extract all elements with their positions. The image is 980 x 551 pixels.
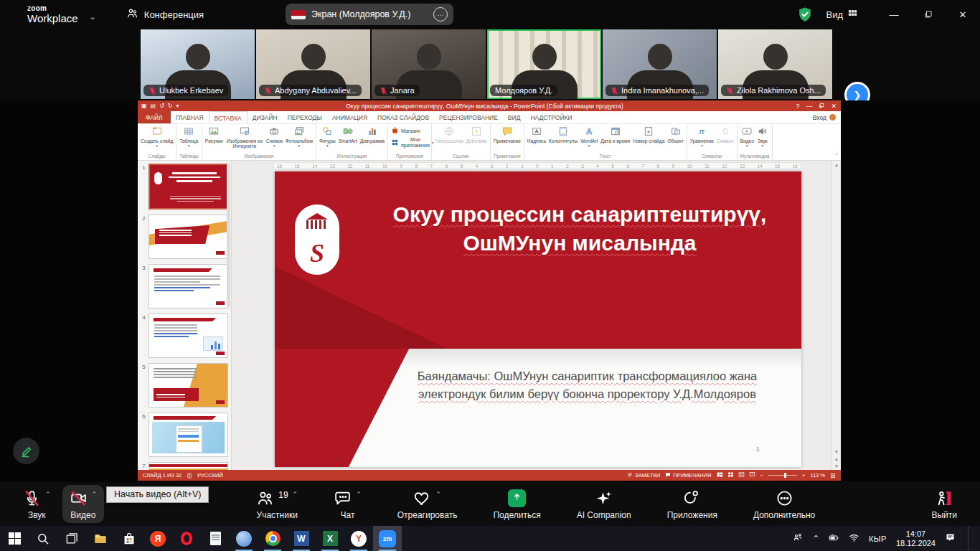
store-taskbar-icon[interactable] [115, 526, 143, 551]
ppt-tab-переходы[interactable]: ПЕРЕХОДЫ [283, 111, 327, 123]
shapes-button[interactable]: Фигуры▾ [318, 125, 337, 149]
audio-button[interactable]: ⌃Звук [16, 485, 58, 523]
slide-thumbnail[interactable] [149, 363, 228, 408]
zoom-slider[interactable] [768, 475, 797, 476]
smartart-button[interactable]: SmartArt [337, 125, 359, 144]
participant-tile[interactable]: Zilola Rakhimova Osh... [718, 29, 832, 99]
chart-button[interactable]: Диаграмма [359, 125, 386, 144]
slide-title[interactable]: Окуу процессин санариптештирүү, ОшМУнун … [375, 200, 784, 257]
participant-tile[interactable]: Молдояров У.Д. [487, 29, 601, 99]
ppt-tab-вид[interactable]: ВИД [503, 111, 526, 123]
chevron-up-icon[interactable]: ⌃ [45, 491, 51, 498]
slide-canvas[interactable]: S Окуу процессин санариптештирүү, ОшМУну… [275, 171, 801, 467]
equation-button[interactable]: πУравнение▾ [689, 125, 715, 149]
tray-expand-icon[interactable]: ⌃ [813, 534, 819, 543]
slide-thumbnail[interactable] [149, 462, 228, 470]
chat-button[interactable]: ⌃Чат [326, 485, 369, 523]
tab-conference[interactable]: Конференция [126, 7, 204, 22]
object-button[interactable]: Объект [666, 125, 684, 144]
excel-taskbar-icon[interactable]: X [316, 526, 344, 551]
ai-button[interactable]: AI Companion [570, 485, 639, 523]
accessibility-icon[interactable] [187, 473, 192, 479]
store-button[interactable]: Магазин [390, 126, 422, 136]
zoom-taskbar-icon[interactable]: zm [373, 526, 402, 551]
shared-screen-pill[interactable]: Экран (Молдояров У.Д.) … [286, 4, 453, 25]
react-button[interactable]: ⌃Отреагировать [390, 485, 465, 523]
slide-thumbnail[interactable] [149, 215, 228, 259]
participant-tile[interactable]: Ulukbek Erkebaev [141, 29, 255, 99]
share-button[interactable]: Поделиться [486, 485, 547, 523]
ppt-minimize-icon[interactable]: — [806, 103, 812, 110]
participant-tile[interactable]: Abdygany Abduvaliev... [256, 29, 370, 99]
my-apps-button[interactable]: Мои приложения▾ [390, 137, 430, 149]
slide-number-button[interactable]: #Номер слайда [631, 125, 666, 144]
file-explorer-taskbar-icon[interactable] [86, 526, 115, 551]
photo-album-button[interactable]: Фотоальбом▾ [284, 125, 314, 149]
more-button[interactable]: Дополнительно [746, 485, 822, 523]
ppt-tab-главная[interactable]: ГЛАВНАЯ [171, 111, 209, 123]
minimize-button[interactable]: — [877, 0, 911, 29]
next-slide-icon[interactable]: ▼ [834, 463, 839, 468]
header-footer-button[interactable]: Колонтитулы [547, 125, 579, 144]
collapse-ribbon-icon[interactable]: ⌃ [834, 153, 839, 159]
wordart-button[interactable]: AWordArt▾ [579, 125, 599, 149]
participant-tile[interactable]: Janara [372, 29, 486, 99]
scroll-up-icon[interactable]: ▲ [834, 162, 839, 167]
chevron-down-icon[interactable]: ⌄ [90, 12, 96, 22]
powerpoint-icon[interactable]: ▣ [141, 103, 147, 109]
textbox-button[interactable]: Надпись [526, 125, 547, 144]
caret-icon[interactable]: ▾ [176, 103, 179, 109]
video-media-button[interactable]: Видео▾ [739, 125, 755, 149]
zoom-in-button[interactable]: + [802, 472, 805, 479]
slide-sorter-icon[interactable] [727, 471, 734, 479]
scroll-down-icon[interactable]: ▼ [834, 449, 839, 454]
ppt-tab-рецензирование[interactable]: РЕЦЕНЗИРОВАНИЕ [434, 111, 503, 123]
sign-in-button[interactable]: Вход [813, 111, 841, 123]
view-button[interactable]: Вид [826, 8, 858, 21]
language-switcher[interactable]: КЫР [869, 534, 887, 543]
vertical-scrollbar[interactable]: ▲ ▼ ▲ ▼ [831, 161, 841, 470]
chevron-up-icon[interactable]: ⌃ [356, 491, 362, 498]
online-picture-button[interactable]: Изображения из Интернета [225, 125, 265, 150]
ppt-restore-icon[interactable] [819, 103, 824, 110]
notepad-taskbar-icon[interactable] [201, 526, 230, 551]
ppt-tab-анимация[interactable]: АНИМАЦИЯ [327, 111, 372, 123]
video-button[interactable]: ⌃Видео [62, 485, 105, 523]
zoom-out-button[interactable]: − [760, 472, 763, 479]
save-icon[interactable]: ▤ [151, 103, 156, 109]
yandex-taskbar-icon[interactable]: Y [344, 526, 373, 551]
redo-icon[interactable]: ↻ [168, 103, 173, 109]
leave-button[interactable]: Выйти [924, 485, 964, 523]
screenshot-button[interactable]: Снимок▾ [265, 125, 284, 149]
reading-view-icon[interactable] [738, 471, 745, 479]
comment-button[interactable]: Примечание [492, 125, 522, 144]
ppt-tab-показ слайдов[interactable]: ПОКАЗ СЛАЙДОВ [372, 111, 434, 123]
start-taskbar-icon[interactable] [0, 526, 29, 551]
action-center-icon[interactable] [945, 532, 956, 545]
ppt-tab-дизайн[interactable]: ДИЗАЙН [248, 111, 283, 123]
taskbar-clock[interactable]: 14:07 18.12.2024 [896, 529, 936, 548]
close-button[interactable]: ✕ [946, 0, 980, 29]
chevron-up-icon[interactable]: ⌃ [92, 491, 98, 498]
more-options-icon[interactable]: … [433, 7, 448, 22]
audio-media-button[interactable]: Звук▾ [755, 125, 770, 149]
comments-button[interactable]: ПРИМЕЧАНИЯ [665, 472, 711, 479]
slide-thumbnail[interactable] [149, 314, 228, 358]
undo-icon[interactable]: ↺ [159, 103, 164, 109]
chevron-up-icon[interactable]: ⌃ [435, 491, 441, 498]
zoom-slider-thumb[interactable] [784, 473, 786, 478]
annotate-button[interactable] [13, 438, 39, 464]
task-view-taskbar-icon[interactable] [57, 526, 86, 551]
help-icon[interactable]: ? [796, 103, 799, 110]
restore-button[interactable] [911, 0, 946, 29]
new-slide-button[interactable]: Создать слайд▾ [139, 125, 174, 149]
language-indicator[interactable]: РУССКИЙ [197, 472, 223, 479]
slide-thumbnail[interactable] [149, 164, 228, 209]
view-mode-buttons[interactable] [717, 471, 755, 479]
zoom-percentage[interactable]: 113 % [810, 472, 825, 479]
wifi-icon[interactable] [849, 532, 859, 545]
people-tray-icon[interactable] [793, 532, 804, 545]
fit-to-window-icon[interactable] [830, 473, 836, 479]
participant-tile[interactable]: Indira Imanakhunova,... [603, 29, 717, 99]
slideshow-icon[interactable] [749, 471, 755, 479]
